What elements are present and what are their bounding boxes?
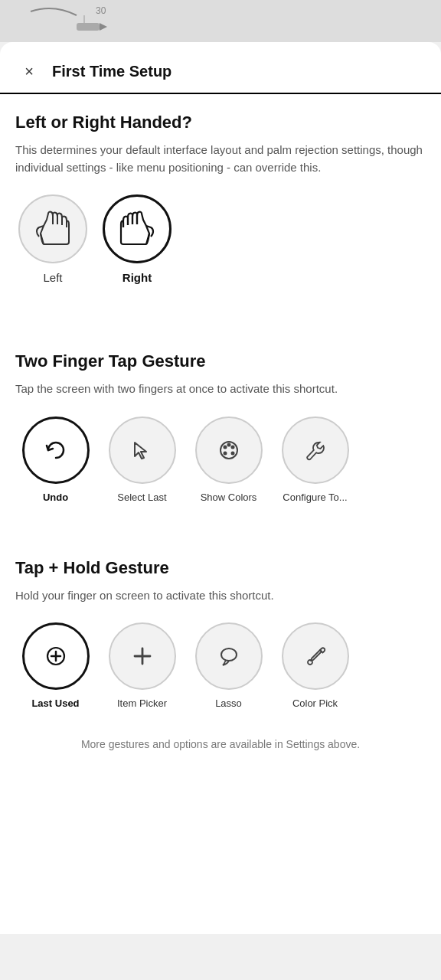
hand-option-right[interactable]: Right bbox=[103, 194, 172, 284]
gesture-circle-lasso bbox=[195, 622, 263, 690]
header-title: First Time Setup bbox=[52, 63, 172, 80]
gesture-label-undo: Undo bbox=[43, 492, 68, 503]
gesture-circle-select-last bbox=[109, 416, 176, 484]
tap-hold-options: Last Used Item Picker bbox=[15, 622, 426, 715]
handedness-section: Left or Right Handed? This determines yo… bbox=[0, 94, 441, 284]
gesture-circle-color-pick bbox=[282, 622, 349, 690]
close-button[interactable]: × bbox=[15, 57, 43, 85]
hand-option-left[interactable]: Left bbox=[18, 194, 87, 284]
gesture-label-item-picker: Item Picker bbox=[117, 697, 167, 709]
main-panel: × First Time Setup Left or Right Handed?… bbox=[0, 42, 441, 934]
ruler-area: 30 bbox=[0, 0, 441, 42]
gesture-label-configure-tool: Configure To... bbox=[283, 492, 347, 503]
gesture-option-select-last[interactable]: Select Last bbox=[102, 416, 182, 503]
gesture-option-lasso[interactable]: Lasso bbox=[188, 622, 269, 709]
gesture-circle-show-colors bbox=[195, 416, 263, 484]
svg-point-8 bbox=[223, 451, 227, 455]
gesture-label-select-last: Select Last bbox=[117, 492, 166, 503]
svg-point-7 bbox=[230, 445, 234, 449]
two-finger-options: Undo Select Last bbox=[15, 416, 426, 509]
hand-circle-right bbox=[103, 194, 172, 263]
svg-point-9 bbox=[230, 451, 234, 455]
svg-rect-3 bbox=[77, 23, 100, 31]
svg-point-10 bbox=[227, 443, 230, 446]
handedness-title: Left or Right Handed? bbox=[15, 113, 426, 132]
divider-1 bbox=[0, 309, 441, 333]
gesture-option-color-pick[interactable]: Color Pick bbox=[275, 622, 355, 709]
tap-hold-desc: Hold your finger on screen to activate t… bbox=[15, 587, 426, 605]
two-finger-section: Two Finger Tap Gesture Tap the screen wi… bbox=[0, 333, 441, 509]
gesture-circle-undo bbox=[22, 416, 90, 484]
gesture-option-item-picker[interactable]: Item Picker bbox=[102, 622, 182, 709]
hand-circle-left bbox=[18, 194, 87, 263]
gesture-circle-item-picker bbox=[109, 622, 176, 690]
gesture-option-show-colors[interactable]: Show Colors bbox=[188, 416, 269, 503]
two-finger-title: Two Finger Tap Gesture bbox=[15, 351, 426, 371]
gesture-circle-configure-tool bbox=[282, 416, 349, 484]
gesture-label-color-pick: Color Pick bbox=[292, 697, 338, 709]
gesture-option-undo[interactable]: Undo bbox=[15, 416, 96, 503]
svg-point-6 bbox=[223, 445, 227, 449]
gesture-label-show-colors: Show Colors bbox=[201, 492, 257, 503]
tap-hold-title: Tap + Hold Gesture bbox=[15, 558, 426, 578]
svg-text:30: 30 bbox=[96, 5, 106, 16]
gesture-circle-last-used bbox=[22, 622, 90, 690]
gesture-label-last-used: Last Used bbox=[31, 697, 79, 709]
svg-line-18 bbox=[312, 660, 312, 661]
footer-note: More gestures and options are available … bbox=[0, 721, 441, 776]
hand-label-right: Right bbox=[122, 271, 152, 284]
handedness-desc: This determines your default interface l… bbox=[15, 142, 426, 176]
hand-options: Left bbox=[15, 194, 426, 284]
gesture-option-last-used[interactable]: Last Used bbox=[15, 622, 96, 709]
header: × First Time Setup bbox=[0, 42, 441, 94]
svg-rect-0 bbox=[0, 0, 441, 42]
divider-2 bbox=[0, 515, 441, 540]
tap-hold-section: Tap + Hold Gesture Hold your finger on s… bbox=[0, 540, 441, 716]
svg-point-16 bbox=[221, 648, 237, 661]
footer-note-text: More gestures and options are available … bbox=[81, 738, 360, 750]
hand-label-left: Left bbox=[43, 271, 62, 284]
gesture-label-lasso: Lasso bbox=[215, 697, 242, 709]
gesture-option-configure-tool[interactable]: Configure To... bbox=[275, 416, 355, 503]
two-finger-desc: Tap the screen with two fingers at once … bbox=[15, 381, 426, 398]
